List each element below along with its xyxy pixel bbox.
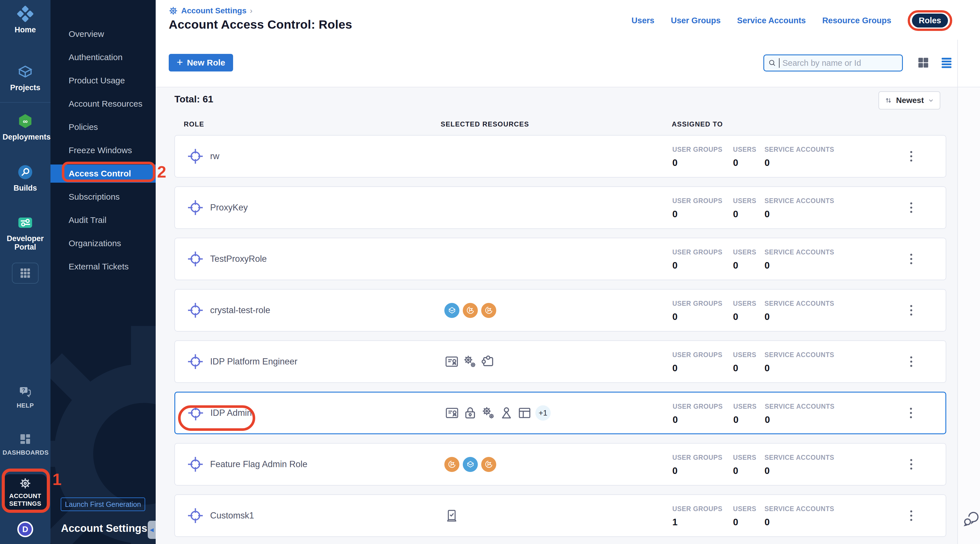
sort-arrows-icon xyxy=(884,96,892,105)
rail-item-account-settings[interactable]: ACCOUNT SETTINGS xyxy=(4,474,47,511)
chevron-down-icon xyxy=(927,97,935,104)
flag-icon xyxy=(484,460,494,469)
annotation-number-2: 2 xyxy=(157,162,166,181)
row-options-kebab-icon[interactable] xyxy=(907,148,915,164)
sidebar-item-organizations[interactable]: Organizations xyxy=(51,234,156,253)
user-groups-count: 0 xyxy=(672,465,733,476)
selected-resources-cell: +1 xyxy=(445,393,551,433)
breadcrumb-link[interactable]: Account Settings xyxy=(181,6,247,15)
search-icon xyxy=(768,59,776,67)
selected-resources-cell xyxy=(444,341,495,382)
row-options-kebab-icon[interactable] xyxy=(907,251,915,267)
role-name[interactable]: crystal-test-role xyxy=(210,305,270,315)
sidebar-item-subscriptions[interactable]: Subscriptions xyxy=(51,188,156,206)
role-row[interactable]: rw USER GROUPS 0 USERS 0 SERVICE ACCOUNT… xyxy=(174,135,946,178)
role-name[interactable]: rw xyxy=(210,151,220,161)
role-row[interactable]: Feature Flag Admin Role USER GROUPS 0 US… xyxy=(174,443,946,485)
sidebar-item-audit-trail[interactable]: Audit Trail xyxy=(51,211,156,229)
service-accounts-count: 0 xyxy=(765,414,835,425)
search-input[interactable] xyxy=(782,59,898,68)
tab-resource-groups[interactable]: Resource Groups xyxy=(822,16,891,25)
gear-icon xyxy=(169,6,178,15)
role-row[interactable]: IDP Admin +1 USER GROUPS 0 USERS 0 SERVI… xyxy=(174,392,946,434)
role-row[interactable]: TestProxyRole USER GROUPS 0 USERS 0 SERV… xyxy=(174,238,946,280)
sort-value: Newest xyxy=(896,96,924,105)
rail-item-deployments[interactable]: ∞Deployments xyxy=(0,113,51,141)
breadcrumb[interactable]: Account Settings › xyxy=(169,6,252,15)
module-resource-circle xyxy=(463,303,478,318)
sidebar-collapse-icon[interactable]: ◀ xyxy=(148,521,156,539)
rail-item-builds[interactable]: Builds xyxy=(0,164,51,192)
role-target-icon xyxy=(188,405,204,421)
sidebar-item-account-resources[interactable]: Account Resources xyxy=(51,95,156,113)
sidebar-item-external-tickets[interactable]: External Tickets xyxy=(51,258,156,276)
column-header-assigned-to: ASSIGNED TO xyxy=(672,120,723,128)
plus-icon: + xyxy=(177,56,183,68)
role-row[interactable]: crystal-test-role USER GROUPS 0 USERS 0 … xyxy=(174,289,946,332)
tab-roles[interactable]: Roles xyxy=(912,14,948,27)
service-accounts-count: 0 xyxy=(765,465,834,476)
layout-icon xyxy=(517,406,532,420)
sort-dropdown[interactable]: Newest xyxy=(878,91,940,110)
list-view-icon[interactable] xyxy=(940,56,953,69)
users-count: 0 xyxy=(733,260,765,271)
modules-button[interactable] xyxy=(12,262,38,284)
role-row[interactable]: Customsk1 USER GROUPS 1 USERS 0 SERVICE … xyxy=(174,495,946,537)
role-name[interactable]: Feature Flag Admin Role xyxy=(210,459,307,469)
sidebar-title: Account Settings xyxy=(61,522,147,534)
service-accounts-label: SERVICE ACCOUNTS xyxy=(765,351,834,359)
role-name[interactable]: IDP Admin xyxy=(210,408,252,418)
selected-resources-cell xyxy=(444,289,496,331)
users-count: 0 xyxy=(733,312,765,322)
role-name[interactable]: IDP Platform Engineer xyxy=(210,356,298,367)
rail-item-developer-portal[interactable]: Developer Portal xyxy=(0,215,51,251)
service-accounts-label: SERVICE ACCOUNTS xyxy=(765,454,834,461)
role-name[interactable]: TestProxyRole xyxy=(210,254,267,264)
role-row[interactable]: ProxyKey USER GROUPS 0 USERS 0 SERVICE A… xyxy=(174,186,946,229)
rail-item-label: Developer Portal xyxy=(3,234,48,251)
role-name[interactable]: ProxyKey xyxy=(210,202,248,213)
row-options-kebab-icon[interactable] xyxy=(907,457,915,472)
rail-item-home[interactable]: Home xyxy=(0,6,51,34)
tab-service-accounts[interactable]: Service Accounts xyxy=(737,16,806,25)
service-accounts-count: 0 xyxy=(765,209,834,220)
text-caret xyxy=(779,58,780,68)
user-groups-label: USER GROUPS xyxy=(672,505,733,513)
service-accounts-count: 0 xyxy=(765,157,834,168)
role-cell: IDP Platform Engineer xyxy=(188,341,298,382)
sidebar-item-overview[interactable]: Overview xyxy=(51,25,156,43)
module-resource-circle xyxy=(463,457,478,472)
dashboards-icon xyxy=(18,432,32,446)
row-options-kebab-icon[interactable] xyxy=(907,302,915,318)
row-options-kebab-icon[interactable] xyxy=(907,354,915,370)
sidebar-item-policies[interactable]: Policies xyxy=(51,118,156,136)
flag-icon xyxy=(484,305,494,315)
column-header-selected-resources: SELECTED RESOURCES xyxy=(441,120,529,128)
role-row[interactable]: IDP Platform Engineer USER GROUPS 0 USER… xyxy=(174,340,946,383)
users-label: USERS xyxy=(733,403,765,410)
role-cell: TestProxyRole xyxy=(188,238,267,280)
role-cell: crystal-test-role xyxy=(188,289,270,331)
home-icon xyxy=(17,6,33,22)
role-name[interactable]: Customsk1 xyxy=(210,511,254,521)
rail-item-dashboards[interactable]: DASHBOARDS xyxy=(0,432,51,457)
modules-grid-icon xyxy=(19,267,32,279)
chat-bubbles-icon[interactable] xyxy=(962,511,980,528)
row-options-kebab-icon[interactable] xyxy=(907,508,915,524)
launch-first-generation-button[interactable]: Launch First Generation xyxy=(61,498,145,511)
grid-view-icon[interactable] xyxy=(917,56,930,69)
sidebar-item-authentication[interactable]: Authentication xyxy=(51,48,156,66)
row-options-kebab-icon[interactable] xyxy=(907,405,915,421)
service-accounts-label: SERVICE ACCOUNTS xyxy=(765,197,834,205)
sidebar-item-freeze-windows[interactable]: Freeze Windows xyxy=(51,141,156,159)
tab-user-groups[interactable]: User Groups xyxy=(671,16,721,25)
avatar[interactable]: D xyxy=(17,521,33,537)
rail-item-help[interactable]: ?HELP xyxy=(0,385,51,409)
sidebar-item-access-control[interactable]: Access Control xyxy=(51,164,156,183)
row-options-kebab-icon[interactable] xyxy=(907,200,915,216)
tab-users[interactable]: Users xyxy=(632,16,654,25)
rail-item-projects[interactable]: Projects xyxy=(0,64,51,92)
new-role-button[interactable]: + New Role xyxy=(169,54,233,72)
assigned-to-cell: USER GROUPS 0 USERS 0 SERVICE ACCOUNTS 0 xyxy=(672,351,834,374)
sidebar-item-product-usage[interactable]: Product Usage xyxy=(51,72,156,90)
